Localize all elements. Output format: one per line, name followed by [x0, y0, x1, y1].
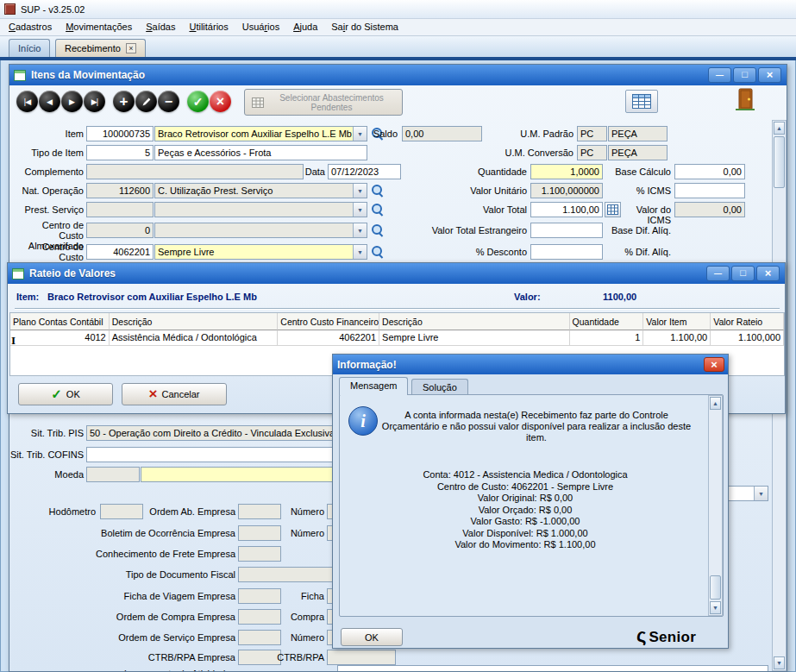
complemento-field[interactable] [86, 164, 304, 179]
tab-recebimento[interactable]: Recebimento [55, 39, 146, 57]
next-record-button[interactable] [61, 91, 83, 112]
perc-desconto-field[interactable] [530, 244, 603, 260]
valor-total-estrangeiro-field[interactable] [530, 223, 603, 238]
rateio-column-header[interactable]: Plano Contas Contábil [10, 313, 110, 330]
cc-financeiro-code-field[interactable]: 4062201 [86, 244, 154, 260]
ordem-ab-empresa-field[interactable] [238, 504, 281, 519]
dialog-scrollbar[interactable] [708, 395, 723, 616]
cc-almoxarifado-code-field[interactable]: 0 [86, 223, 154, 238]
tipo-item-desc-field[interactable]: Peças e Acessórios - Frota [154, 145, 367, 160]
rateio-table-row[interactable]: 4012Assistência Médica / Odontológica406… [10, 330, 784, 346]
menu-item-sair-do-sistema[interactable]: Sair do Sistema [324, 19, 405, 35]
valor-unitario-field[interactable]: 1.100,000000 [530, 183, 603, 198]
um-conversao-desc-field[interactable]: PEÇA [608, 145, 668, 160]
rateio-cell[interactable]: 1.100,00 [643, 330, 711, 346]
minimize-button[interactable] [706, 266, 730, 281]
rateio-cell[interactable]: 1 [570, 330, 644, 346]
conhecimento-frete-field[interactable] [238, 546, 281, 562]
rateio-ok-button[interactable]: ✓ OK [18, 383, 113, 405]
ctrb-rpa-empresa-field[interactable] [238, 650, 281, 665]
dialog-titlebar[interactable]: Informação! [333, 355, 728, 374]
hodometro-field[interactable] [100, 504, 143, 519]
first-record-button[interactable] [16, 91, 38, 112]
menu-item-movimentacoes[interactable]: Movimentações [59, 19, 139, 35]
cc-financeiro-search-icon[interactable] [372, 246, 385, 259]
edit-record-button[interactable] [135, 91, 157, 112]
cc-almoxarifado-combobox[interactable] [154, 223, 367, 238]
nat-operacao-code-field[interactable]: 112600 [86, 183, 154, 198]
last-record-button[interactable] [84, 91, 105, 112]
um-conversao-sigla-field[interactable]: PC [577, 145, 607, 160]
cc-almoxarifado-search-icon[interactable] [372, 224, 385, 237]
calculator-button[interactable] [605, 202, 621, 217]
tab-inicio[interactable]: Início [9, 39, 50, 57]
prest-servico-code-field[interactable] [86, 202, 154, 217]
prest-servico-search-icon[interactable] [372, 204, 385, 217]
cancel-record-button[interactable] [210, 91, 231, 112]
rateio-column-header[interactable]: Valor Rateio [711, 313, 784, 330]
prest-servico-combobox[interactable] [154, 202, 367, 217]
rateio-cell[interactable]: Sempre Livre [379, 330, 570, 346]
rateio-cancelar-button[interactable]: × Cancelar [122, 383, 227, 405]
itens-titlebar[interactable]: Itens da Movimentação [9, 65, 787, 85]
tipo-item-code-field[interactable]: 5 [86, 145, 154, 160]
boletim-ocorrencia-field[interactable] [238, 525, 281, 541]
valor-total-field[interactable]: 1.100,00 [530, 202, 603, 217]
scroll-thumb[interactable] [774, 136, 785, 188]
menu-item-saidas[interactable]: Saídas [139, 19, 182, 35]
um-padrao-desc-field[interactable]: PEÇA [608, 126, 668, 141]
tipo-documento-fiscal-field[interactable] [238, 567, 335, 582]
exit-door-icon[interactable] [734, 87, 756, 113]
grid-view-button[interactable] [625, 90, 658, 113]
minimize-button[interactable] [708, 67, 731, 83]
scroll-up-button[interactable] [774, 122, 785, 135]
base-calculo-field[interactable]: 0,00 [674, 164, 745, 179]
dialog-ok-button[interactable]: OK [341, 628, 403, 646]
scroll-up-button[interactable] [710, 397, 721, 410]
previous-record-button[interactable] [39, 91, 60, 112]
rateio-column-header[interactable]: Valor Item [643, 313, 711, 330]
quantidade-field[interactable]: 1,0000 [530, 164, 603, 179]
confirm-button[interactable] [187, 91, 209, 112]
um-padrao-sigla-field[interactable]: PC [577, 126, 607, 141]
rateio-column-header[interactable]: Centro Custo Financeiro [278, 313, 379, 330]
maximize-button[interactable] [733, 67, 756, 83]
cc-financeiro-combobox[interactable]: Sempre Livre [154, 244, 367, 260]
valor-icms-field[interactable]: 0,00 [674, 202, 745, 217]
item-desc-combobox[interactable]: Braco Retrovisor com Auxiliar Espelho L.… [154, 126, 367, 141]
add-record-button[interactable] [113, 91, 135, 112]
moeda-code-field[interactable] [86, 467, 140, 482]
rateio-cell[interactable]: 1.100,000 [711, 330, 784, 346]
dialog-close-button[interactable] [704, 357, 724, 372]
close-button[interactable] [756, 266, 780, 281]
tab-solucao[interactable]: Solução [411, 379, 468, 395]
ctrb-rpa-field[interactable] [327, 650, 396, 665]
maximize-button[interactable] [731, 266, 755, 281]
scroll-thumb[interactable] [710, 575, 721, 600]
rateio-cell[interactable]: 4062201 [278, 330, 379, 346]
ordem-servico-field[interactable] [238, 630, 281, 645]
menu-item-ajuda[interactable]: Ajuda [286, 19, 324, 35]
nat-operacao-search-icon[interactable] [372, 185, 385, 198]
selecionar-abastecimentos-button[interactable]: Selecionar Abastecimentos Pendentes [244, 89, 403, 116]
scroll-down-button[interactable] [710, 601, 721, 614]
tab-close-icon[interactable] [126, 43, 136, 53]
rateio-column-header[interactable]: Descrição [110, 313, 279, 330]
rateio-cell[interactable]: 4012 [10, 330, 110, 346]
menu-item-usuarios[interactable]: Usuários [235, 19, 286, 35]
data-field[interactable]: 07/12/2023 [328, 164, 401, 179]
tab-mensagem[interactable]: Mensagem [339, 377, 408, 395]
lancamento-atividades-field[interactable] [337, 665, 768, 672]
ficha-viagem-field[interactable] [238, 588, 281, 604]
rateio-column-header[interactable]: Quantidade [570, 313, 644, 330]
menu-item-cadastros[interactable]: Cadastros [2, 19, 59, 35]
rateio-column-header[interactable]: Descrição [379, 313, 570, 330]
ordem-compra-field[interactable] [238, 609, 281, 625]
item-code-field[interactable]: 100000735 [86, 126, 154, 141]
saldo-field[interactable]: 0,00 [402, 126, 482, 141]
menu-item-utilitarios[interactable]: Utilitários [182, 19, 235, 35]
rateio-cell[interactable]: Assistência Médica / Odontológica [110, 330, 279, 346]
rateio-titlebar[interactable]: Rateio de Valores [8, 263, 785, 284]
delete-record-button[interactable] [158, 91, 179, 112]
close-button[interactable] [758, 67, 781, 83]
